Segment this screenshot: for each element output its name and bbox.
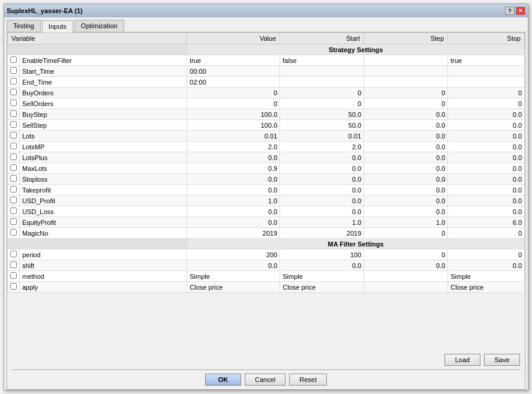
table-row: shift 0.0 0.0 0.0 0.0: [8, 260, 525, 271]
row-checkbox[interactable]: [10, 218, 17, 225]
row-value: 0.0: [187, 206, 280, 217]
row-step: 0.0: [364, 163, 448, 174]
cancel-button[interactable]: Cancel: [245, 374, 285, 386]
row-step: [364, 77, 448, 88]
row-checkbox[interactable]: [10, 132, 17, 139]
row-check-cell: [8, 239, 20, 249]
row-stop: 0.0: [448, 163, 525, 174]
row-check-cell[interactable]: [8, 66, 20, 77]
help-button[interactable]: ?: [505, 7, 515, 15]
table-row: Stoploss 0.0 0.0 0.0 0.0: [8, 174, 525, 185]
row-var-name: SellOrders: [20, 98, 187, 109]
tab-inputs[interactable]: Inputs: [42, 20, 73, 32]
row-checkbox[interactable]: [10, 154, 17, 160]
row-stop: [448, 77, 525, 88]
section-header-label: MA Filter Settings: [187, 239, 525, 249]
params-table: Variable Value Start Step Stop Strategy …: [7, 32, 525, 293]
row-start: 0.0: [280, 206, 364, 217]
table-row: Lots 0.01 0.01 0.0 0.0: [8, 131, 525, 142]
row-var-name: apply: [20, 282, 187, 293]
row-check-cell[interactable]: [8, 206, 20, 217]
row-var-name: USD_Loss: [20, 206, 187, 217]
row-start: 0.0: [280, 174, 364, 185]
row-checkbox[interactable]: [10, 56, 17, 63]
ok-button[interactable]: OK: [205, 374, 241, 386]
row-checkbox[interactable]: [10, 143, 17, 149]
table-row: EnableTimeFilter true false true: [8, 55, 525, 66]
row-check-cell[interactable]: [8, 109, 20, 120]
row-step: 0.0: [364, 174, 448, 185]
row-checkbox[interactable]: [10, 89, 17, 95]
row-checkbox[interactable]: [10, 110, 17, 117]
row-check-cell[interactable]: [8, 271, 20, 282]
row-check-cell[interactable]: [8, 163, 20, 174]
table-row: Start_Time 00:00: [8, 66, 525, 77]
row-checkbox[interactable]: [10, 100, 17, 106]
row-stop: 0.0: [448, 196, 525, 206]
row-check-cell[interactable]: [8, 282, 20, 293]
row-value: 2019: [187, 228, 280, 239]
row-checkbox[interactable]: [10, 175, 17, 182]
row-var-name: SellStep: [20, 120, 187, 131]
row-check-cell[interactable]: [8, 98, 20, 109]
row-check-cell[interactable]: [8, 120, 20, 131]
row-stop: 0.0: [448, 109, 525, 120]
reset-button[interactable]: Reset: [289, 374, 327, 386]
row-step: 0: [364, 228, 448, 239]
row-check-cell[interactable]: [8, 228, 20, 239]
close-button[interactable]: ✕: [516, 7, 525, 15]
row-checkbox[interactable]: [10, 283, 17, 290]
row-checkbox[interactable]: [10, 78, 17, 85]
row-check-cell[interactable]: [8, 152, 20, 163]
row-var-name: [20, 239, 187, 249]
row-start: 0.0: [280, 152, 364, 163]
row-var-name: Start_Time: [20, 66, 187, 77]
row-value: 100.0: [187, 120, 280, 131]
row-value: 0.0: [187, 217, 280, 228]
row-check-cell[interactable]: [8, 55, 20, 66]
row-check-cell[interactable]: [8, 174, 20, 185]
row-var-name: LotsMP: [20, 142, 187, 152]
row-step: 0.0: [364, 206, 448, 217]
tab-testing[interactable]: Testing: [7, 20, 41, 32]
row-var-name: MagicNo: [20, 228, 187, 239]
load-button[interactable]: Load: [444, 354, 480, 366]
row-check-cell[interactable]: [8, 131, 20, 142]
row-checkbox[interactable]: [10, 67, 17, 74]
table-row: Strategy Settings: [8, 44, 525, 55]
row-check-cell[interactable]: [8, 260, 20, 271]
row-start: 0: [280, 98, 364, 109]
tab-optimization[interactable]: Optimization: [74, 20, 124, 32]
row-check-cell[interactable]: [8, 185, 20, 196]
row-checkbox[interactable]: [10, 164, 17, 171]
row-check-cell[interactable]: [8, 77, 20, 88]
row-checkbox[interactable]: [10, 186, 17, 193]
row-check-cell[interactable]: [8, 249, 20, 260]
row-stop: 6.0: [448, 217, 525, 228]
row-check-cell[interactable]: [8, 142, 20, 152]
row-step: [364, 66, 448, 77]
row-stop: 0.0: [448, 142, 525, 152]
table-row: Takeprofit 0.0 0.0 0.0 0.0: [8, 185, 525, 196]
row-value: Simple: [187, 271, 280, 282]
row-checkbox[interactable]: [10, 197, 17, 203]
button-row-ok-cancel-reset: OK Cancel Reset: [12, 369, 520, 386]
table-row: USD_Loss 0.0 0.0 0.0 0.0: [8, 206, 525, 217]
row-check-cell[interactable]: [8, 217, 20, 228]
row-checkbox[interactable]: [10, 121, 17, 128]
row-checkbox[interactable]: [10, 207, 17, 214]
row-start: [280, 66, 364, 77]
row-checkbox[interactable]: [10, 229, 17, 236]
row-stop: 0: [448, 98, 525, 109]
row-checkbox[interactable]: [10, 261, 17, 268]
row-check-cell[interactable]: [8, 196, 20, 206]
save-button[interactable]: Save: [484, 354, 520, 366]
row-step: 0.0: [364, 185, 448, 196]
row-check-cell[interactable]: [8, 88, 20, 98]
row-value: true: [187, 55, 280, 66]
row-step: [364, 55, 448, 66]
row-checkbox[interactable]: [10, 272, 17, 279]
table-container[interactable]: Variable Value Start Step Stop Strategy …: [7, 32, 525, 350]
col-header-variable: Variable: [8, 33, 187, 44]
row-checkbox[interactable]: [10, 251, 17, 257]
